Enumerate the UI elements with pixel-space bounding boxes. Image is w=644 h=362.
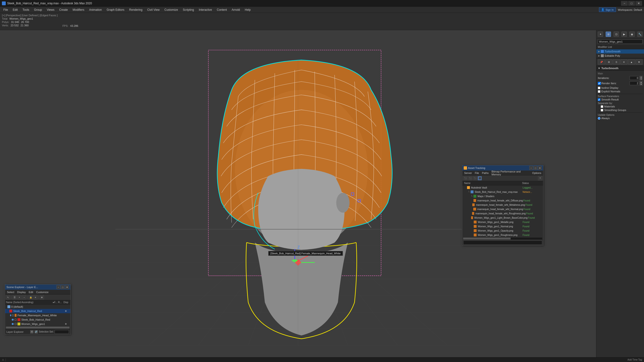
pin-button[interactable]: 📌 bbox=[598, 59, 605, 65]
smooth-result-checkbox[interactable] bbox=[598, 98, 600, 101]
render-iters-up[interactable]: ▲ bbox=[640, 81, 642, 83]
maximize-button[interactable]: □ bbox=[628, 1, 635, 6]
se-tool-collapse[interactable]: − bbox=[22, 295, 26, 300]
create-panel-btn[interactable]: ✦ bbox=[598, 31, 603, 37]
se-row-haircut-red[interactable]: Sleek_Bob_Haircut_Red ☀ bbox=[5, 309, 70, 313]
isoline-checkbox[interactable] bbox=[598, 87, 600, 89]
se-menu-customize[interactable]: Customize bbox=[35, 291, 50, 294]
render-iters-input[interactable] bbox=[630, 81, 639, 85]
render-iters-checkbox[interactable] bbox=[598, 82, 601, 85]
menu-tools[interactable]: Tools bbox=[20, 7, 32, 13]
menu-rendering[interactable]: Rendering bbox=[127, 7, 145, 13]
se-menu-edit[interactable]: Edit bbox=[28, 291, 34, 294]
selection-set-input[interactable] bbox=[54, 330, 69, 334]
move-down-button[interactable]: ▼ bbox=[636, 59, 643, 65]
se-tool-lock[interactable]: 🔒 bbox=[28, 295, 33, 300]
se-row-wigs[interactable]: Women_Wigs_geo1 ☀ bbox=[5, 322, 70, 326]
display-panel-btn[interactable]: ◉ bbox=[630, 31, 635, 37]
menu-help[interactable]: Help bbox=[242, 7, 253, 13]
turbosmoooth-section-header[interactable]: ▼ TurboSmooth bbox=[596, 65, 644, 71]
se-tool-expand[interactable]: + bbox=[17, 295, 22, 300]
at-tool1[interactable]: ⬛ bbox=[463, 176, 468, 180]
render-iters-down[interactable]: ▼ bbox=[640, 83, 642, 85]
se-minimize-btn[interactable]: − bbox=[56, 285, 60, 289]
hierarchy-panel-btn[interactable]: ⊡ bbox=[614, 31, 619, 37]
se-tool-layers[interactable]: ≡ bbox=[33, 295, 38, 300]
menu-animation[interactable]: Animation bbox=[87, 7, 104, 13]
se-tool-select[interactable]: ↖ bbox=[6, 295, 10, 300]
se-menu-display[interactable]: Display bbox=[16, 291, 27, 294]
at-tool3[interactable]: ⬛ bbox=[473, 176, 477, 180]
config-button[interactable]: ⚙ bbox=[606, 59, 613, 65]
always-radio[interactable] bbox=[598, 117, 600, 120]
at-menu-paths[interactable]: Paths bbox=[481, 172, 490, 174]
se-row-haircut-child[interactable]: Sleek_Bob_Haircut_Red bbox=[5, 318, 70, 322]
iterations-up[interactable]: ▲ bbox=[640, 76, 642, 78]
delete-button[interactable]: ✕ bbox=[620, 59, 628, 65]
at-menu-options[interactable]: Options bbox=[531, 172, 542, 174]
se-menu-select[interactable]: Select bbox=[6, 291, 15, 294]
at-row-img3[interactable]: mannequin_head_female_wht_Normal.png Fou… bbox=[462, 207, 543, 211]
motion-panel-btn[interactable]: ▶ bbox=[622, 31, 627, 37]
iterations-down[interactable]: ▼ bbox=[640, 78, 642, 80]
at-scrollbar[interactable] bbox=[463, 238, 542, 240]
at-row-img2[interactable]: mannequin_head_female_wht_Metalness.png … bbox=[462, 203, 543, 207]
at-row-img5[interactable]: Women_Wigs_geo1_Light_Brown_BaseColor.pn… bbox=[462, 216, 543, 220]
se-restore-btn[interactable]: □ bbox=[61, 285, 65, 289]
at-search-input[interactable] bbox=[463, 240, 542, 245]
menu-group[interactable]: Group bbox=[32, 7, 44, 13]
menu-modifiers[interactable]: Modifiers bbox=[70, 7, 87, 13]
se-tool-filter[interactable]: ☰ bbox=[12, 295, 17, 300]
at-row-img8[interactable]: Women_Wigs_geo1_Opacity.png Found bbox=[462, 229, 543, 233]
materials-checkbox[interactable] bbox=[601, 105, 603, 108]
se-scrollbar[interactable] bbox=[6, 327, 70, 329]
modifier-editable-poly[interactable]: ▶ Editable Poly bbox=[596, 54, 644, 58]
at-row-img6[interactable]: Women_Wigs_geo1_Metallic.png Found bbox=[462, 220, 543, 224]
explicit-normals-checkbox[interactable] bbox=[598, 90, 600, 93]
se-row-mannequin[interactable]: Female_Mannequin_Head_White bbox=[5, 313, 70, 318]
at-row-maxfile[interactable]: └ Sleek_Bob_Haircut_Red_max_vray.max Net… bbox=[462, 190, 543, 194]
at-menu-server[interactable]: Server bbox=[463, 172, 473, 174]
menu-interactive[interactable]: Interactive bbox=[196, 7, 214, 13]
menu-views[interactable]: Views bbox=[44, 7, 57, 13]
menu-file[interactable]: File bbox=[1, 7, 10, 13]
at-minimize-btn[interactable]: − bbox=[529, 166, 533, 170]
smoothing-groups-checkbox[interactable] bbox=[601, 109, 603, 111]
at-menu-bitmap[interactable]: Bitmap Performance and Memory bbox=[490, 170, 530, 176]
se-link-btn[interactable]: 🔗 bbox=[34, 330, 38, 334]
at-tool5[interactable]: ? bbox=[538, 176, 542, 180]
move-up-button[interactable]: ▲ bbox=[628, 59, 635, 65]
menu-graph-editors[interactable]: Graph Editors bbox=[104, 7, 127, 13]
object-name-field[interactable] bbox=[598, 39, 642, 44]
menu-arnold[interactable]: Arnold bbox=[229, 7, 242, 13]
minimize-button[interactable]: − bbox=[621, 1, 628, 6]
se-row-default-layer[interactable]: 0 (default) bbox=[5, 305, 70, 309]
sign-in-button[interactable]: 👤 Sign In bbox=[599, 7, 616, 12]
at-close-btn[interactable]: ✕ bbox=[538, 166, 542, 170]
se-close-btn[interactable]: ✕ bbox=[65, 285, 69, 289]
close-button[interactable]: ✕ bbox=[636, 1, 642, 6]
at-restore-btn[interactable]: □ bbox=[534, 166, 538, 170]
at-row-img9[interactable]: Women_Wigs_geo1_Roughness.png Found bbox=[462, 233, 543, 237]
at-menu-file[interactable]: File bbox=[474, 172, 480, 174]
copy-button[interactable]: ⎘ bbox=[613, 59, 620, 65]
modifier-turbosmoooth[interactable]: ▶ TurboSmooth bbox=[596, 49, 644, 54]
at-row-img1[interactable]: mannequin_head_female_wht_Diffuse.png Fo… bbox=[462, 198, 543, 203]
iterations-input[interactable] bbox=[630, 76, 639, 80]
se-tool-add-layer[interactable]: ⊕ bbox=[40, 295, 44, 300]
menu-content[interactable]: Content bbox=[214, 7, 229, 13]
se-layers-btn[interactable]: ≡ bbox=[30, 330, 34, 334]
menu-scripting[interactable]: Scripting bbox=[180, 7, 196, 13]
menu-create[interactable]: Create bbox=[57, 7, 70, 13]
at-tool4[interactable]: ⬛ bbox=[478, 176, 482, 180]
utilities-panel-btn[interactable]: 🔧 bbox=[637, 31, 642, 37]
menu-civil-view[interactable]: Civil View bbox=[145, 7, 162, 13]
at-row-vault[interactable]: Autodesk Vault Logged... bbox=[462, 185, 543, 190]
at-tool2[interactable]: ⬛ bbox=[468, 176, 472, 180]
at-row-img4[interactable]: mannequin_head_female_wht_Roughness.png … bbox=[462, 211, 543, 216]
menu-customize[interactable]: Customize bbox=[162, 7, 180, 13]
at-row-img7[interactable]: Women_Wigs_geo1_Normal.png Found bbox=[462, 224, 543, 229]
modify-panel-btn[interactable]: ⊞ bbox=[606, 31, 611, 37]
at-row-maps[interactable]: └ Maps / Shaders bbox=[462, 194, 543, 198]
menu-edit[interactable]: Edit bbox=[10, 7, 20, 13]
